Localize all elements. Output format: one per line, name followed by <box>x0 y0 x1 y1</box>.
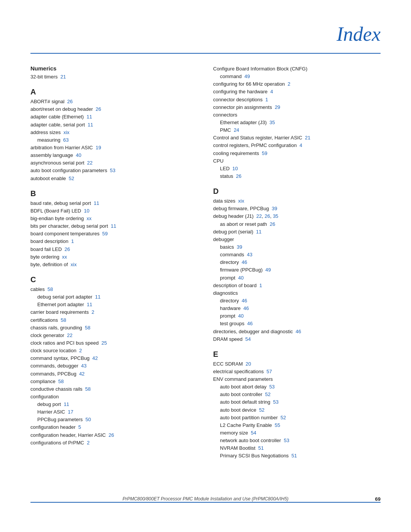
list-item: commands 43 <box>213 251 381 259</box>
list-item: prompt 40 <box>213 312 381 320</box>
list-item: assembly language 40 <box>30 152 198 159</box>
footer-page-number: 69 <box>375 496 381 502</box>
list-item: bits per character, debug serial port 11 <box>30 222 198 230</box>
list-item: Configure Board Information Block (CNFG) <box>213 65 381 73</box>
list-item: arbitration from Harrier ASIC 19 <box>30 144 198 152</box>
list-item: DRAM speed 54 <box>213 335 381 343</box>
list-item: configuration <box>30 393 198 401</box>
list-item: carrier board requirements 2 <box>30 308 198 316</box>
list-item: chassis rails, grounding 58 <box>30 324 198 332</box>
list-item: memory size 54 <box>213 429 381 437</box>
list-item: prompt 40 <box>213 274 381 282</box>
list-item: commands, PPCBug 42 <box>30 370 198 378</box>
list-item: baud rate, debug serial port 11 <box>30 200 198 207</box>
list-item: board description 1 <box>30 238 198 245</box>
list-item: ECC SDRAM 20 <box>213 360 381 368</box>
list-item: configuring for 66 MHz operation 2 <box>213 80 381 88</box>
list-item: compliance 58 <box>30 378 198 385</box>
list-item: electrical specifications 57 <box>213 368 381 375</box>
left-column: Numerics 32-bit timers 21 A ABORT# signa… <box>30 65 198 460</box>
section-letter-b: B <box>30 189 198 198</box>
list-item: hardware 46 <box>213 305 381 312</box>
list-item: connector pin assignments 29 <box>213 104 381 111</box>
list-item: debug serial port adapter 11 <box>30 293 198 301</box>
list-item: network auto boot controller 53 <box>213 437 381 444</box>
right-column: Configure Board Information Block (CNFG)… <box>213 65 381 460</box>
page-title: Index <box>337 23 381 45</box>
list-item: as abort or reset path 26 <box>213 220 381 228</box>
list-item: debugger <box>213 236 381 243</box>
list-item: Ethernet adapter (J3) 35 <box>213 119 381 126</box>
list-item: address sizes xix <box>30 129 198 136</box>
list-item: debug port 11 <box>30 401 198 408</box>
list-item: connectors <box>213 111 381 119</box>
list-item: byte ordering xx <box>30 253 198 261</box>
list-item: BDFL (Board Fail) LED 10 <box>30 207 198 215</box>
list-item: L2 Cache Parity Enable 55 <box>213 422 381 429</box>
section-letter-d: D <box>213 187 381 196</box>
list-item: board fail LED 26 <box>30 246 198 253</box>
section-letter-a: A <box>30 88 198 96</box>
list-item: Ethernet port adapter 11 <box>30 301 198 308</box>
list-item: byte, definition of xix <box>30 261 198 268</box>
list-item: connector descriptions 1 <box>213 96 381 104</box>
list-item: adapter cable, serial port 11 <box>30 121 198 129</box>
list-item: 32-bit timers 21 <box>30 73 198 81</box>
section-letter-c: C <box>30 275 198 284</box>
list-item: big-endian byte ordering xx <box>30 215 198 222</box>
content-area: Numerics 32-bit timers 21 A ABORT# signa… <box>0 65 411 460</box>
list-item: asynchronous serial port 22 <box>30 159 198 167</box>
list-item: debug header (J1) 22, 26, 35 <box>213 212 381 220</box>
list-item: CPU <box>213 157 381 165</box>
list-item: configurations of PrPMC 2 <box>30 439 198 447</box>
title-area: Index <box>0 0 411 49</box>
list-item: configuration header, Harrier ASIC 26 <box>30 431 198 439</box>
list-item: Primary SCSI Bus Negotiations 51 <box>213 452 381 460</box>
list-item: autoboot enable 52 <box>30 175 198 182</box>
list-item: PPCBug parameters 50 <box>30 416 198 423</box>
list-item: Control and Status register, Harrier ASI… <box>213 134 381 142</box>
list-item: description of board 1 <box>213 282 381 289</box>
list-item: debug port (serial) 11 <box>213 228 381 236</box>
list-item: cooling requirements 59 <box>213 150 381 157</box>
list-item: control registers, PrPMC configuration 4 <box>213 142 381 149</box>
list-item: firmware (PPCBug) 49 <box>213 266 381 274</box>
list-item: ENV command parameters <box>213 375 381 383</box>
list-item: configuring the hardware 4 <box>213 88 381 96</box>
list-item: diagnostics <box>213 289 381 297</box>
list-item: Harrier ASIC 17 <box>30 408 198 416</box>
list-item: cables 58 <box>30 286 198 293</box>
list-item: measuring 63 <box>30 136 198 144</box>
top-rule <box>30 53 381 54</box>
bottom-rule <box>30 502 381 503</box>
list-item: clock source location 2 <box>30 347 198 355</box>
list-item: PMC 24 <box>213 126 381 134</box>
list-item: auto boot abort delay 53 <box>213 383 381 391</box>
list-item: auto boot default string 53 <box>213 398 381 406</box>
list-item: auto boot device 52 <box>213 406 381 414</box>
list-item: LED 10 <box>213 165 381 173</box>
list-item: command syntax, PPCBug 42 <box>30 355 198 362</box>
list-item: debug firmware, PPCBug 39 <box>213 205 381 212</box>
page: Index Numerics 32-bit timers 21 A ABORT#… <box>0 0 411 532</box>
list-item: NVRAM Bootlist 51 <box>213 444 381 452</box>
list-item: ABORT# signal 26 <box>30 98 198 105</box>
list-item: directories, debugger and diagnostic 46 <box>213 328 381 335</box>
list-item: status 26 <box>213 173 381 180</box>
footer-text: PrPMC800/800ET Processor PMC Module Inst… <box>30 496 381 502</box>
list-item: basics 39 <box>213 243 381 251</box>
list-item: configuration header 5 <box>30 423 198 431</box>
list-item: auto boot partition number 52 <box>213 414 381 422</box>
section-numerics: Numerics <box>30 65 198 72</box>
page-link[interactable]: 21 <box>61 74 66 80</box>
list-item: command 49 <box>213 73 381 80</box>
list-item: abort/reset on debug header 26 <box>30 105 198 113</box>
list-item: directory 46 <box>213 259 381 266</box>
list-item: conductive chassis rails 58 <box>30 385 198 393</box>
list-item: auto boot controller 52 <box>213 391 381 398</box>
list-item: directory 46 <box>213 297 381 305</box>
list-item: clock ratios and PCI bus speed 25 <box>30 339 198 347</box>
list-item: board component temperatures 59 <box>30 230 198 238</box>
section-letter-e: E <box>213 350 381 359</box>
list-item: adapter cable (Ethernet) 11 <box>30 113 198 121</box>
